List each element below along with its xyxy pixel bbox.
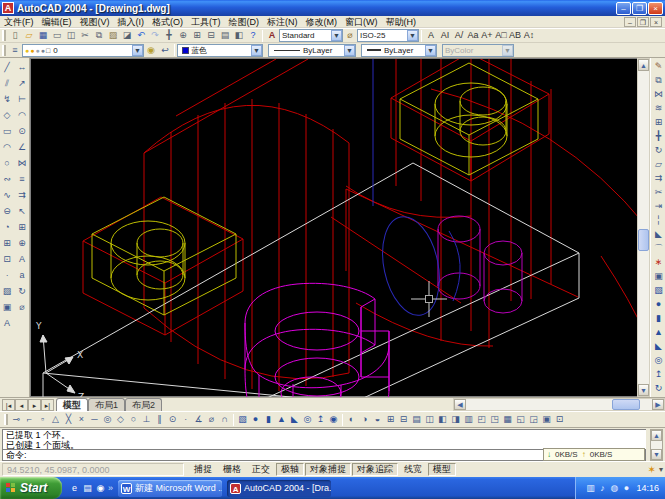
layer-color-swatch[interactable]: □ (46, 47, 50, 54)
mtext-icon[interactable]: A (424, 29, 438, 42)
menu-modify[interactable]: 修改(M) (306, 17, 338, 27)
vertical-scroll-thumb[interactable] (638, 229, 649, 251)
multiline-text-icon[interactable]: A (0, 315, 14, 331)
mdi-restore-button[interactable]: ❐ (637, 17, 649, 27)
tab-nav-last[interactable]: ▸| (41, 399, 54, 411)
scroll-up-icon[interactable]: ▲ (638, 59, 649, 71)
edit-text-icon[interactable]: A/ (452, 29, 466, 42)
copy-faces-icon[interactable]: ▥ (462, 413, 475, 426)
solids-extrude-2-icon[interactable]: ↥ (314, 413, 327, 426)
stretch-icon[interactable]: ⇉ (651, 171, 665, 185)
make-block-icon[interactable]: ⊡ (0, 251, 14, 267)
scroll-down-icon[interactable]: ▼ (638, 384, 649, 396)
dim-edit-icon[interactable]: A (15, 251, 29, 267)
construction-line-icon[interactable]: ⫽ (0, 75, 14, 91)
horizontal-scroll-thumb[interactable] (612, 399, 640, 410)
open-icon[interactable]: ▱ (22, 29, 36, 42)
chamfer-icon[interactable]: ◣ (651, 227, 665, 241)
clean-icon[interactable]: ◲ (527, 413, 540, 426)
snap-insert-icon[interactable]: ⊙ (166, 413, 179, 426)
arc-icon[interactable]: ◠ (0, 139, 14, 155)
dim-ordinate-icon[interactable]: ⊢ (15, 91, 29, 107)
layer-previous-icon[interactable]: ↩ (158, 44, 172, 57)
rotate-faces-icon[interactable]: ◧ (436, 413, 449, 426)
toggle-grid[interactable]: 栅格 (218, 463, 246, 476)
snap-node-icon[interactable]: ∙ (179, 413, 192, 426)
erase-icon[interactable]: ✎ (651, 59, 665, 73)
solids-wedge-2-icon[interactable]: ◣ (288, 413, 301, 426)
revolve-icon[interactable]: ↻ (651, 381, 665, 395)
layer-lock-icon[interactable]: ● (35, 47, 39, 54)
shell-icon[interactable]: ⊡ (553, 413, 566, 426)
zoom-window-icon[interactable]: ⊞ (190, 29, 204, 42)
imprint-icon[interactable]: ◱ (514, 413, 527, 426)
copy-edges-icon[interactable]: ◳ (488, 413, 501, 426)
toggle-polar[interactable]: 极轴 (276, 463, 304, 476)
trim-icon[interactable]: ✂ (651, 185, 665, 199)
justify-text-icon[interactable]: AB (508, 29, 522, 42)
snap-endpoint-icon[interactable]: ▫ (36, 413, 49, 426)
snap-from-icon[interactable]: ⌐ (23, 413, 36, 426)
region-2-icon[interactable]: ▣ (651, 269, 665, 283)
menu-draw[interactable]: 绘图(D) (229, 17, 260, 27)
color-faces-icon[interactable]: ◰ (475, 413, 488, 426)
rectangle-icon[interactable]: ▭ (0, 123, 14, 139)
tray-volume-icon[interactable]: ♪ (596, 482, 608, 495)
break-icon[interactable]: ╎ (651, 213, 665, 227)
menu-insert[interactable]: 插入(I) (118, 17, 145, 27)
start-button[interactable]: Start (0, 477, 62, 499)
dim-diameter-icon[interactable]: ⊙ (15, 123, 29, 139)
zoom-previous-icon[interactable]: ⊟ (204, 29, 218, 42)
toggle-otrack[interactable]: 对象追踪 (352, 463, 398, 476)
solids-cone-2-icon[interactable]: ▲ (275, 413, 288, 426)
snap-nearest-icon[interactable]: ∡ (192, 413, 205, 426)
taskbar-clock[interactable]: 14:16 (636, 483, 659, 493)
extrude-faces-icon[interactable]: ⊞ (384, 413, 397, 426)
redo-icon[interactable]: ↷ (148, 29, 162, 42)
dim-text-edit-icon[interactable]: a (15, 267, 29, 283)
menu-dimension[interactable]: 标注(N) (267, 17, 298, 27)
offset-icon[interactable]: ≋ (651, 101, 665, 115)
make-object-layer-current-icon[interactable]: ◉ (144, 44, 158, 57)
region-icon[interactable]: ▣ (0, 299, 14, 315)
coordinate-display[interactable]: 94.5210, 45.0987, 0.0000 (2, 463, 184, 476)
solids-cone-icon[interactable]: ▲ (651, 325, 665, 339)
scroll-left-icon[interactable]: ◀ (454, 399, 466, 410)
menu-tools[interactable]: 工具(T) (191, 17, 221, 27)
lineweight-combo[interactable]: ByLayer ▼ (361, 44, 437, 57)
osnap-settings-icon[interactable]: ∩ (218, 413, 231, 426)
layer-combo[interactable]: ●●●●□ 0 ▼ (22, 44, 144, 57)
explode-icon[interactable]: ∗ (651, 255, 665, 269)
extend-icon[interactable]: ⇥ (651, 199, 665, 213)
vertical-scrollbar[interactable]: ▲ ▼ (637, 58, 650, 397)
offset-faces-icon[interactable]: ▤ (410, 413, 423, 426)
match-properties-icon[interactable]: ◪ (120, 29, 134, 42)
plot-preview-icon[interactable]: ◫ (64, 29, 78, 42)
array-icon[interactable]: ⊞ (651, 115, 665, 129)
tab-layout1[interactable]: 布局1 (88, 398, 125, 411)
extrude-icon[interactable]: ↥ (651, 367, 665, 381)
dim-baseline-icon[interactable]: ≡ (15, 171, 29, 187)
status-bar-menu-icon[interactable]: ▾ (659, 465, 663, 474)
menu-help[interactable]: 帮助(H) (386, 17, 417, 27)
toolbar-grip[interactable] (2, 45, 6, 56)
tray-display-icon[interactable]: ▥ (584, 482, 596, 495)
toolbar-grip[interactable] (2, 30, 6, 41)
dim-style-flyout-icon[interactable]: ⌀ (343, 29, 357, 42)
snap-none-icon[interactable]: ⌀ (205, 413, 218, 426)
scale-text-icon[interactable]: A□ (494, 29, 508, 42)
combo-arrow-icon[interactable]: ▼ (425, 45, 436, 56)
scroll-up-icon[interactable]: ▲ (651, 430, 662, 441)
solids-revolve-2-icon[interactable]: ◉ (327, 413, 340, 426)
scale-icon[interactable]: ▱ (651, 157, 665, 171)
menu-edit[interactable]: 编辑(E) (42, 17, 72, 27)
snap-tangent-icon[interactable]: ○ (127, 413, 140, 426)
save-icon[interactable]: ▦ (36, 29, 50, 42)
quicklaunch-desktop-icon[interactable]: ▤ (81, 482, 94, 495)
polygon-icon[interactable]: ◇ (0, 107, 14, 123)
combo-arrow-icon[interactable]: ▼ (344, 45, 355, 56)
solids-sphere-2-icon[interactable]: ● (249, 413, 262, 426)
dim-linear-icon[interactable]: ↔ (15, 59, 29, 75)
pan-icon[interactable]: ╋ (162, 29, 176, 42)
command-scrollbar[interactable]: ▲ ▼ (650, 429, 663, 461)
